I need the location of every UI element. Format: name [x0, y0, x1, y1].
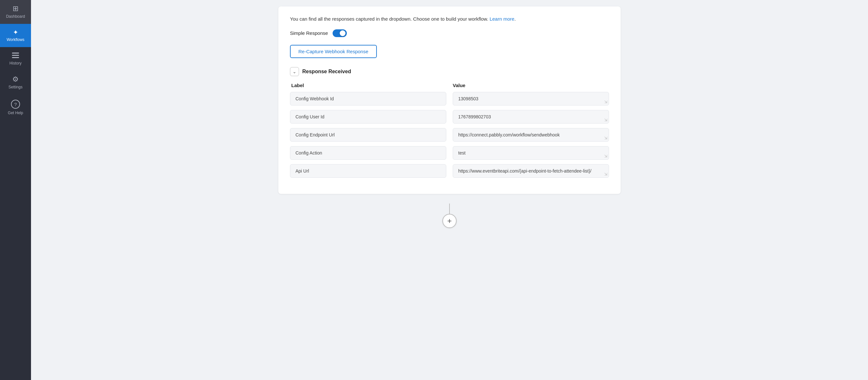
- sidebar-item-history[interactable]: History: [0, 47, 31, 71]
- resize-handle-icon: ⇲: [604, 118, 608, 122]
- field-label: Config User Id: [290, 110, 446, 124]
- table-row: Config User Id1767899802703⇲: [290, 110, 609, 124]
- sidebar-item-get-help[interactable]: ? Get Help: [0, 95, 31, 120]
- resize-handle-icon: ⇲: [604, 172, 608, 176]
- table-headers: Label Value: [290, 82, 609, 88]
- response-header: ⌄ Response Received: [290, 67, 609, 76]
- table-row: Config Actiontest⇲: [290, 146, 609, 160]
- learn-more-link[interactable]: Learn more: [490, 16, 515, 22]
- sidebar-item-label-history: History: [9, 61, 21, 66]
- field-value: 13098503⇲: [453, 92, 609, 105]
- field-value: test⇲: [453, 146, 609, 160]
- sidebar-item-label-workflows: Workflows: [6, 37, 24, 42]
- webhook-card: You can find all the responses captured …: [278, 6, 621, 194]
- simple-response-row: Simple Response: [290, 29, 609, 37]
- simple-response-toggle[interactable]: [333, 29, 347, 37]
- label-column-header: Label: [291, 82, 446, 88]
- connector-line: [449, 204, 450, 214]
- svg-rect-2: [12, 57, 19, 58]
- table-row: Config Webhook Id13098503⇲: [290, 92, 609, 105]
- simple-response-label: Simple Response: [290, 30, 328, 36]
- resize-handle-icon: ⇲: [604, 136, 608, 140]
- plus-icon: +: [447, 216, 452, 226]
- sidebar-item-label-dashboard: Dashboard: [6, 14, 25, 19]
- svg-rect-1: [12, 55, 19, 56]
- svg-rect-0: [12, 53, 19, 54]
- resize-handle-icon: ⇲: [604, 154, 608, 159]
- fields-container: Config Webhook Id13098503⇲Config User Id…: [290, 92, 609, 178]
- field-label: Config Action: [290, 146, 446, 160]
- sidebar-item-label-get-help: Get Help: [8, 111, 23, 115]
- workflows-icon: ✦: [13, 29, 19, 35]
- recapture-button[interactable]: Re-Capture Webhook Response: [290, 45, 377, 58]
- sidebar-item-dashboard[interactable]: ⊞ Dashboard: [0, 0, 31, 24]
- settings-icon: ⚙: [12, 76, 19, 83]
- field-label: Config Webhook Id: [290, 92, 446, 105]
- main-content: You can find all the responses captured …: [31, 0, 868, 380]
- add-step-button[interactable]: +: [442, 214, 457, 228]
- field-value: https://connect.pabbly.com/workflow/send…: [453, 128, 609, 142]
- sidebar: ⊞ Dashboard ✦ Workflows History ⚙ Settin…: [0, 0, 31, 380]
- sidebar-item-label-settings: Settings: [8, 85, 22, 89]
- collapse-button[interactable]: ⌄: [290, 67, 299, 76]
- resize-handle-icon: ⇲: [604, 100, 608, 104]
- info-paragraph: You can find all the responses captured …: [290, 15, 609, 23]
- field-value: https://www.eventbriteapi.com/{api-endpo…: [453, 164, 609, 178]
- bottom-area: +: [442, 204, 457, 228]
- value-column-header: Value: [453, 82, 608, 88]
- field-label: Api Url: [290, 164, 446, 178]
- dashboard-icon: ⊞: [12, 5, 19, 12]
- history-icon: [12, 52, 19, 59]
- table-row: Config Endpoint Urlhttps://connect.pabbl…: [290, 128, 609, 142]
- help-icon: ?: [11, 100, 20, 109]
- table-row: Api Urlhttps://www.eventbriteapi.com/{ap…: [290, 164, 609, 178]
- sidebar-item-settings[interactable]: ⚙ Settings: [0, 71, 31, 95]
- response-section: ⌄ Response Received Label Value Config W…: [290, 67, 609, 178]
- field-value: 1767899802703⇲: [453, 110, 609, 124]
- sidebar-item-workflows[interactable]: ✦ Workflows: [0, 24, 31, 47]
- field-label: Config Endpoint Url: [290, 128, 446, 142]
- response-received-title: Response Received: [302, 69, 351, 74]
- chevron-down-icon: ⌄: [292, 69, 297, 74]
